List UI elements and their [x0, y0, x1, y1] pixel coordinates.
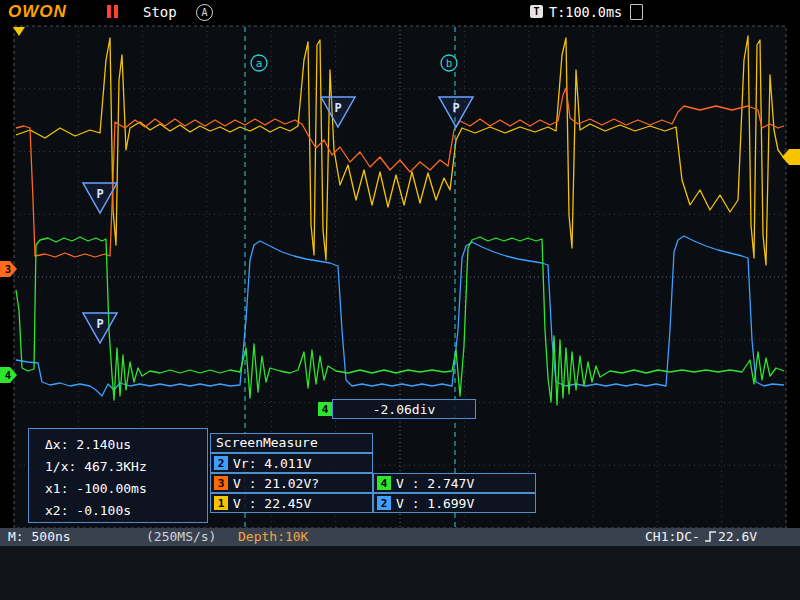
trigger-source: CH1:DC- [645, 529, 700, 544]
measure-value: V : 21.02V? [233, 476, 319, 491]
ch4-badge: 4 [377, 476, 391, 490]
status-bar: M: 500ns (250MS/s) Depth:10K CH1:DC- 22.… [0, 528, 800, 546]
sample-rate: (250MS/s) [146, 529, 216, 544]
ch4-offset-badge: 4 -2.06div [318, 399, 476, 419]
bottom-menu-bar: 1 10.0V 2 BW- 5.00V 3 10.0V 4 BW- 5.00V … [0, 546, 800, 600]
cursor-dx: Δx: 2.140us [45, 434, 207, 456]
trigger-level-value: 22.6V [718, 529, 757, 544]
measure-value: Vr: 4.011V [233, 456, 311, 471]
ch4-offset-value: -2.06div [332, 399, 476, 419]
cursor-x1: x1: -100.00ms [45, 478, 207, 500]
screen-measure-title: ScreenMeasure [210, 433, 373, 453]
rising-edge-icon [704, 530, 717, 546]
trigger-position-icon: T [530, 5, 543, 18]
measure-row-ch2-v: 2 V : 1.699V [373, 493, 536, 513]
measure-row-ch4-v: 4 V : 2.747V [373, 473, 536, 493]
cursor-x2: x2: -0.100s [45, 500, 207, 522]
brand-logo: OWON [8, 2, 67, 22]
cursor-measure-box: Δx: 2.140us 1/x: 467.3KHz x1: -100.00ms … [28, 428, 208, 523]
pause-icon [107, 5, 118, 18]
measure-value: V : 22.45V [233, 496, 311, 511]
memory-depth: Depth:10K [238, 529, 308, 544]
oscilloscope-screen: OWON Stop A T T:100.0ms a b [0, 0, 800, 600]
trigger-time: T:100.0ms [549, 4, 622, 20]
measure-row-ch3-v: 3 V : 21.02V? [210, 473, 373, 493]
run-state: Stop [143, 4, 177, 20]
ch2-badge: 2 [214, 456, 228, 470]
measure-value: V : 1.699V [396, 496, 474, 511]
auto-mode-icon: A [196, 4, 213, 21]
svg-text:4: 4 [5, 370, 11, 381]
svg-text:3: 3 [5, 264, 11, 275]
measure-value: V : 2.747V [396, 476, 474, 491]
cursor-freq: 1/x: 467.3KHz [45, 456, 207, 478]
document-icon [630, 4, 643, 20]
measure-row-ch2-vr: 2 Vr: 4.011V [210, 453, 373, 473]
measure-row-ch1-v: 1 V : 22.45V [210, 493, 373, 513]
top-bar: OWON Stop A T T:100.0ms [0, 0, 800, 25]
ch1-badge: 1 [214, 496, 228, 510]
ch4-badge: 4 [318, 402, 332, 416]
ch2-badge: 2 [377, 496, 391, 510]
timebase: M: 500ns [8, 529, 71, 544]
ch3-badge: 3 [214, 476, 228, 490]
